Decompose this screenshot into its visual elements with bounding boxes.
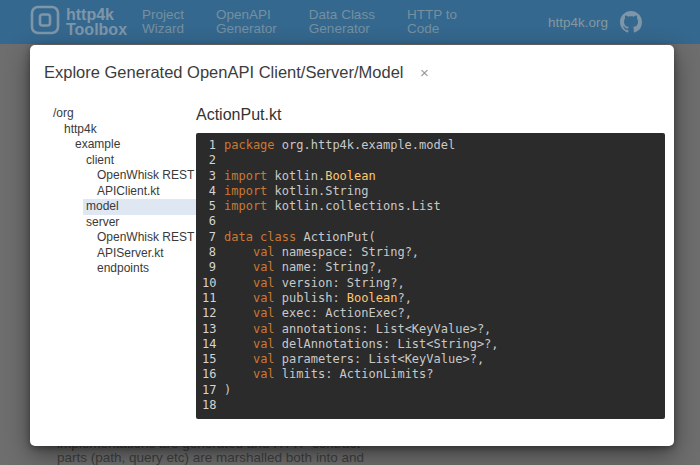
line-number: 2 bbox=[202, 153, 216, 168]
code-token: limits: ActionLimits? bbox=[275, 367, 434, 381]
code-token bbox=[224, 260, 253, 274]
code-line-content: import kotlin.Boolean bbox=[224, 169, 376, 184]
code-token: val bbox=[253, 260, 275, 274]
modal-title: Explore Generated OpenAPI Client/Server/… bbox=[44, 63, 404, 81]
file-tree: /orghttp4kexampleclientOpenWhisk RESTAPI… bbox=[44, 106, 196, 419]
modal-explore-generated: Explore Generated OpenAPI Client/Server/… bbox=[30, 45, 674, 446]
code-line-content: val name: String?, bbox=[224, 260, 383, 275]
tree-item-endpoints[interactable]: endpoints bbox=[44, 261, 196, 277]
code-line-content: import kotlin.collections.List bbox=[224, 199, 441, 214]
nav-item-project-wizard[interactable]: ProjectWizard bbox=[142, 8, 184, 37]
code-token: namespace: String?, bbox=[275, 245, 420, 259]
code-token: ActionPut( bbox=[296, 230, 375, 244]
code-token bbox=[224, 306, 253, 320]
line-number: 18 bbox=[202, 398, 216, 413]
tree-item-label: /org bbox=[44, 106, 196, 122]
tree-item-label: OpenWhisk REST bbox=[44, 168, 196, 184]
tree-item-openwhisk-rest-apiclient-kt[interactable]: OpenWhisk RESTAPIClient.kt bbox=[44, 168, 196, 199]
code-token bbox=[224, 367, 253, 381]
nav-item-data-class-generator[interactable]: Data ClassGenerator bbox=[309, 8, 375, 37]
modal-header: Explore Generated OpenAPI Client/Server/… bbox=[44, 63, 660, 82]
nav-item-line: Generator bbox=[309, 22, 375, 37]
tree-item-label: server bbox=[44, 215, 196, 231]
code-line-1: 1package org.http4k.example.model bbox=[202, 138, 657, 153]
github-icon[interactable] bbox=[620, 11, 642, 33]
code-line-content: val version: String?, bbox=[224, 276, 405, 291]
code-line-content: val exec: ActionExec?, bbox=[224, 306, 412, 321]
line-number: 3 bbox=[202, 169, 216, 184]
nav-item-line: Project bbox=[142, 8, 184, 23]
nav-menu: ProjectWizardOpenAPIGeneratorData ClassG… bbox=[142, 8, 489, 37]
code-line-9: 9 val name: String?, bbox=[202, 260, 657, 275]
tree-item-server[interactable]: server bbox=[44, 215, 196, 231]
line-number: 12 bbox=[202, 306, 216, 321]
code-line-7: 7data class ActionPut( bbox=[202, 230, 657, 245]
tree-item-org[interactable]: /org bbox=[44, 106, 196, 122]
code-line-6: 6 bbox=[202, 214, 657, 229]
code-token: data class bbox=[224, 230, 296, 244]
code-token: val bbox=[253, 337, 275, 351]
http4k-logo-icon bbox=[30, 5, 60, 39]
code-token: kotlin. bbox=[267, 169, 325, 183]
line-number: 7 bbox=[202, 230, 216, 245]
tree-item-label: OpenWhisk REST bbox=[44, 230, 196, 246]
code-line-15: 15 val parameters: List<KeyValue>?, bbox=[202, 352, 657, 367]
code-line-2: 2 bbox=[202, 153, 657, 168]
nav-item-line: OpenAPI bbox=[216, 8, 277, 23]
line-number: 1 bbox=[202, 138, 216, 153]
background-text-line2: parts (path, query etc) are marshalled b… bbox=[57, 451, 364, 465]
file-name: ActionPut.kt bbox=[196, 106, 665, 124]
code-token: delAnnotations: List<String>?, bbox=[275, 337, 499, 351]
line-number: 10 bbox=[202, 276, 216, 291]
line-number: 6 bbox=[202, 214, 216, 229]
tree-item-label: client bbox=[44, 153, 196, 169]
brand[interactable]: http4k Toolbox bbox=[30, 5, 127, 39]
tree-item-label: model bbox=[83, 199, 196, 215]
tree-item-example[interactable]: example bbox=[44, 137, 196, 153]
line-number: 9 bbox=[202, 260, 216, 275]
code-editor: 1package org.http4k.example.model23impor… bbox=[196, 133, 665, 419]
nav-item-http-to-code[interactable]: HTTP toCode bbox=[407, 8, 457, 37]
code-token: Boolean bbox=[325, 169, 376, 183]
code-token: val bbox=[253, 276, 275, 290]
code-line-10: 10 val version: String?, bbox=[202, 276, 657, 291]
code-token: parameters: List<KeyValue>?, bbox=[275, 352, 485, 366]
code-token: val bbox=[253, 352, 275, 366]
code-token: val bbox=[253, 367, 275, 381]
code-column: ActionPut.kt 1package org.http4k.example… bbox=[196, 106, 665, 419]
code-token: Boolean bbox=[347, 291, 398, 305]
tree-item-label: endpoints bbox=[44, 261, 196, 277]
code-token: ) bbox=[224, 383, 231, 397]
code-token: val bbox=[253, 322, 275, 336]
code-line-3: 3import kotlin.Boolean bbox=[202, 169, 657, 184]
http4k-org-link[interactable]: http4k.org bbox=[548, 15, 608, 30]
tree-item-label: example bbox=[44, 137, 196, 153]
line-number: 4 bbox=[202, 184, 216, 199]
code-token: kotlin.String bbox=[267, 184, 368, 198]
nav-item-openapi-generator[interactable]: OpenAPIGenerator bbox=[216, 8, 277, 37]
code-token bbox=[224, 322, 253, 336]
code-token: val bbox=[253, 245, 275, 259]
code-line-content: data class ActionPut( bbox=[224, 230, 376, 245]
code-token: val bbox=[253, 306, 275, 320]
code-line-18: 18 bbox=[202, 398, 657, 413]
code-token: org.http4k.example.model bbox=[275, 138, 456, 152]
code-line-16: 16 val limits: ActionLimits? bbox=[202, 367, 657, 382]
code-line-11: 11 val publish: Boolean?, bbox=[202, 291, 657, 306]
code-token: kotlin.collections.List bbox=[267, 199, 440, 213]
code-token bbox=[224, 352, 253, 366]
line-number: 8 bbox=[202, 245, 216, 260]
tree-item-openwhisk-rest-apiserver-kt[interactable]: OpenWhisk RESTAPIServer.kt bbox=[44, 230, 196, 261]
code-line-content: val namespace: String?, bbox=[224, 245, 419, 260]
close-icon[interactable]: × bbox=[420, 64, 429, 81]
tree-item-client[interactable]: client bbox=[44, 153, 196, 169]
navbar: http4k Toolbox ProjectWizardOpenAPIGener… bbox=[0, 0, 700, 44]
code-token: version: String?, bbox=[275, 276, 405, 290]
code-line-14: 14 val delAnnotations: List<String>?, bbox=[202, 337, 657, 352]
tree-item-model[interactable]: model bbox=[83, 199, 196, 215]
code-token bbox=[224, 245, 253, 259]
code-line-content: val publish: Boolean?, bbox=[224, 291, 412, 306]
modal-body: /orghttp4kexampleclientOpenWhisk RESTAPI… bbox=[30, 106, 674, 419]
code-token: package bbox=[224, 138, 275, 152]
tree-item-http4k[interactable]: http4k bbox=[44, 122, 196, 138]
